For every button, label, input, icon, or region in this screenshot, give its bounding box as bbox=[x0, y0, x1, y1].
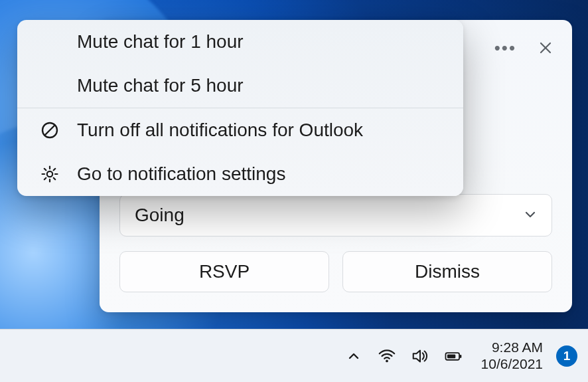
battery-icon bbox=[444, 346, 463, 366]
response-select[interactable]: Going bbox=[119, 194, 552, 237]
close-button[interactable] bbox=[539, 41, 552, 54]
response-select-value: Going bbox=[135, 205, 184, 226]
close-icon bbox=[539, 41, 552, 54]
block-icon bbox=[40, 120, 60, 140]
notification-options-flyout: Mute chat for 1 hour Mute chat for 5 hou… bbox=[17, 20, 463, 196]
speaker-icon bbox=[411, 346, 429, 366]
mute-1-hour-item[interactable]: Mute chat for 1 hour bbox=[17, 20, 463, 64]
svg-point-4 bbox=[47, 171, 52, 177]
dismiss-button[interactable]: Dismiss bbox=[342, 251, 552, 292]
clock-button[interactable]: 9:28 AM 10/6/2021 bbox=[481, 339, 543, 371]
turn-off-label: Turn off all notifications for Outlook bbox=[77, 120, 363, 141]
dismiss-button-label: Dismiss bbox=[415, 261, 480, 282]
chevron-up-icon bbox=[347, 349, 360, 363]
notification-settings-item[interactable]: Go to notification settings bbox=[17, 152, 463, 196]
tray-overflow-button[interactable] bbox=[344, 347, 363, 365]
svg-line-10 bbox=[54, 178, 56, 180]
rsvp-button[interactable]: RSVP bbox=[119, 251, 329, 292]
clock-date: 10/6/2021 bbox=[481, 356, 543, 372]
svg-line-11 bbox=[54, 169, 56, 170]
more-options-button[interactable]: ••• bbox=[494, 39, 516, 56]
volume-button[interactable] bbox=[411, 347, 429, 365]
system-tray bbox=[344, 347, 463, 365]
wifi-button[interactable] bbox=[378, 347, 396, 365]
mute-5-hour-item[interactable]: Mute chat for 5 hour bbox=[17, 64, 463, 108]
settings-label: Go to notification settings bbox=[77, 163, 285, 185]
notification-center-button[interactable]: 1 bbox=[556, 345, 577, 367]
rsvp-button-label: RSVP bbox=[199, 261, 250, 282]
mute-1-hour-label: Mute chat for 1 hour bbox=[77, 31, 244, 52]
battery-button[interactable] bbox=[444, 347, 463, 365]
svg-line-12 bbox=[44, 178, 46, 180]
svg-rect-15 bbox=[459, 354, 461, 357]
clock-time: 9:28 AM bbox=[481, 339, 543, 355]
svg-line-9 bbox=[44, 169, 46, 170]
mute-5-hour-label: Mute chat for 5 hour bbox=[77, 75, 244, 96]
turn-off-notifications-item[interactable]: Turn off all notifications for Outlook bbox=[17, 108, 463, 152]
svg-rect-16 bbox=[447, 354, 455, 358]
svg-point-13 bbox=[386, 359, 388, 362]
taskbar: 9:28 AM 10/6/2021 1 bbox=[0, 329, 588, 382]
svg-line-3 bbox=[45, 126, 55, 136]
gear-icon bbox=[40, 164, 60, 184]
wifi-icon bbox=[378, 346, 396, 366]
notification-count: 1 bbox=[563, 349, 571, 363]
chevron-down-icon bbox=[524, 205, 537, 226]
